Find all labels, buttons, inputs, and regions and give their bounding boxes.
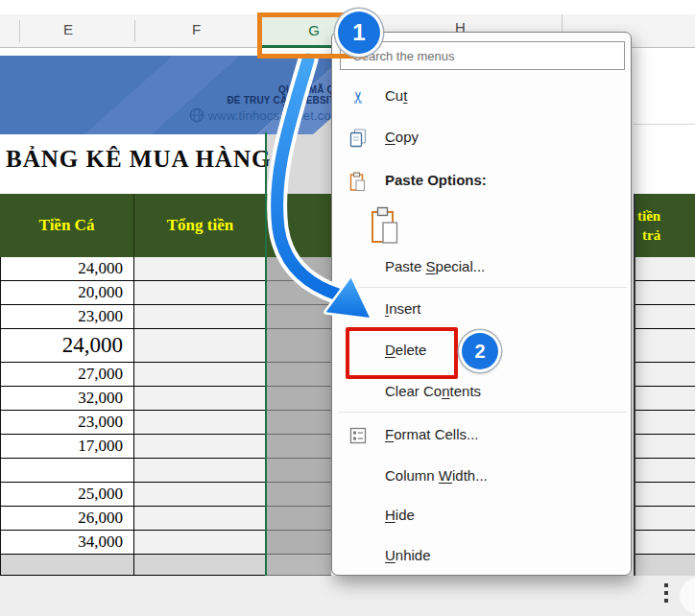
cell[interactable] [635, 281, 695, 305]
cell[interactable] [635, 411, 695, 435]
cell-selected-g[interactable] [266, 531, 331, 555]
cell[interactable] [635, 555, 695, 576]
cell-tien-ca[interactable]: 24,000 [0, 257, 134, 281]
cell[interactable] [635, 459, 695, 483]
globe-icon [189, 107, 204, 123]
cell[interactable] [635, 305, 695, 329]
cell-tong-tien[interactable] [134, 483, 266, 507]
cell-selected-g[interactable] [266, 363, 331, 387]
cell-tong-tien[interactable] [134, 507, 266, 531]
format-cells-icon [346, 424, 371, 447]
cell[interactable] [635, 257, 695, 281]
cell-tong-tien[interactable] [134, 387, 266, 411]
header-divider [134, 20, 135, 42]
menu-item-copy[interactable]: Copy [332, 127, 631, 150]
cell-tong-tien[interactable] [134, 363, 266, 387]
cell-tien-ca[interactable]: 26,000 [0, 507, 134, 531]
menu-item-unhide[interactable]: Unhide [332, 545, 631, 568]
cell[interactable] [635, 435, 695, 459]
cell-selected-g[interactable] [266, 459, 331, 483]
cell-tong-tien[interactable] [134, 329, 266, 363]
page-background-strip [0, 576, 695, 616]
header-cell-right-partial[interactable]: tiền trả [634, 194, 695, 257]
cell[interactable] [635, 329, 695, 363]
menu-item-clear-contents[interactable]: Clear Contents [332, 381, 631, 404]
cell-tong-tien[interactable] [134, 531, 266, 555]
cell-tien-ca[interactable]: 20,000 [0, 281, 134, 305]
cell-tien-ca[interactable] [0, 459, 134, 483]
menu-separator [338, 412, 627, 413]
cell-tong-tien[interactable] [134, 435, 266, 459]
table-header-row: Tiền Cá Tổng tiền [0, 194, 331, 257]
col-header-f[interactable]: F [192, 21, 201, 37]
table-row-footer [0, 555, 331, 576]
cell-tong-tien[interactable] [134, 281, 266, 305]
menu-item-hide[interactable]: Hide [332, 505, 631, 528]
paste-button[interactable] [371, 206, 399, 245]
highlight-box-delete [346, 327, 458, 379]
cell-tien-ca[interactable]: 27,000 [0, 363, 134, 387]
cell-tong-tien[interactable] [134, 555, 266, 576]
ellipsis-icon[interactable] [664, 583, 668, 606]
cell-selected-g[interactable] [266, 483, 331, 507]
cell[interactable] [635, 387, 695, 411]
header-cell-tien-ca[interactable]: Tiền Cá [0, 194, 134, 257]
menu-separator [338, 287, 627, 288]
scissors-icon: ✂ [346, 85, 371, 108]
table-row: 23,000 [0, 411, 331, 435]
search-input[interactable] [340, 41, 625, 70]
clipboard-icon [346, 170, 371, 193]
step-badge-2: 2 [462, 333, 498, 369]
cell-tong-tien[interactable] [134, 305, 266, 329]
cell-tien-ca[interactable]: 32,000 [0, 387, 134, 411]
cell-tien-ca[interactable]: 25,000 [0, 483, 134, 507]
cell-tien-ca[interactable]: 34,000 [0, 531, 134, 555]
cell-selected-g[interactable] [266, 281, 331, 305]
cell-tien-ca[interactable] [0, 555, 134, 576]
cell-selected-g[interactable] [266, 411, 331, 435]
cell[interactable] [635, 531, 695, 555]
table-row: 26,000 [0, 507, 331, 531]
context-menu: ✂ Cut Copy Paste Op [331, 32, 632, 576]
cell-selected-g[interactable] [266, 555, 331, 576]
cell-selected-g[interactable] [266, 305, 331, 329]
banner-text: QUÉT MÃ QR ĐỂ TRUY CẬP WEBSITE www.tinho… [106, 84, 342, 123]
right-column-rows [634, 257, 695, 576]
menu-item-cut[interactable]: ✂ Cut [332, 85, 631, 108]
header-cell-tong-tien[interactable]: Tổng tiền [134, 194, 266, 257]
menu-item-paste-special[interactable]: Paste Special... [332, 256, 631, 279]
spreadsheet-screenshot: E F H G QUÉT MÃ QR ĐỂ TRUY CẬP WEBSITE w… [0, 0, 695, 616]
menu-item-format-cells[interactable]: Format Cells... [332, 424, 631, 447]
page-title: BẢNG KÊ MUA HÀNG [6, 146, 271, 173]
cell-tien-ca[interactable]: 23,000 [0, 411, 134, 435]
cell-tong-tien[interactable] [134, 411, 266, 435]
cell[interactable] [635, 363, 695, 387]
menu-item-insert[interactable]: Insert [332, 298, 631, 321]
cell-selected-g[interactable] [266, 507, 331, 531]
cell-tong-tien[interactable] [134, 459, 266, 483]
banner-line1: QUÉT MÃ QR [106, 84, 342, 95]
col-header-e[interactable]: E [63, 21, 73, 37]
cell-tien-ca[interactable]: 17,000 [0, 435, 134, 459]
copy-icon [346, 127, 371, 150]
cell-selected-g[interactable] [266, 329, 331, 363]
cell-selected-g[interactable] [266, 257, 331, 281]
table-row: 25,000 [0, 483, 331, 507]
cell-selected-g[interactable] [266, 435, 331, 459]
table-row: 17,000 [0, 435, 331, 459]
table-row [0, 459, 331, 483]
gridline [634, 124, 695, 125]
cell[interactable] [635, 507, 695, 531]
cell[interactable] [635, 483, 695, 507]
table-row: 20,000 [0, 281, 331, 305]
cell-tien-ca[interactable]: 23,000 [0, 305, 134, 329]
menu-item-paste-options[interactable]: Paste Options: [332, 170, 631, 193]
table-row: 27,000 [0, 363, 331, 387]
right-header-line1: tiền [635, 206, 695, 225]
cell-selected-g[interactable] [266, 387, 331, 411]
cell-tien-ca[interactable]: 24,000 [0, 329, 134, 363]
right-header-line2: trả [635, 225, 695, 245]
menu-item-column-width[interactable]: Column Width... [332, 465, 631, 488]
data-rows: 24,000 20,000 23,000 24,000 27,000 32,00… [0, 257, 331, 576]
cell-tong-tien[interactable] [134, 257, 266, 281]
